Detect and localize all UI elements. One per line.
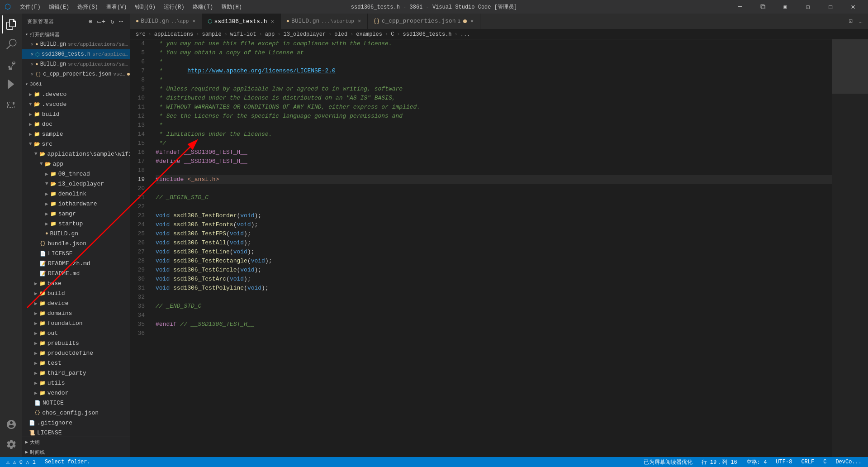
tab-buildgn-app[interactable]: ● BUILD.gn ..\app ✕ [130,14,202,29]
close-editor-1[interactable]: ✕ [31,52,33,57]
tree-item-out[interactable]: ▶ 📁 out [22,328,130,338]
menu-goto[interactable]: 转到(G) [131,2,159,12]
code-content[interactable]: * you may not use this file except in co… [152,39,832,457]
menu-help[interactable]: 帮助(H) [218,2,246,12]
tab-close-cppproperties[interactable]: ✕ [470,17,474,25]
status-select-folder[interactable]: Select folder. [43,459,92,465]
menu-terminal[interactable]: 终端(T) [189,2,217,12]
tree-item-base[interactable]: ▶ 📁 base [22,278,130,288]
tree-item-third-party[interactable]: ▶ 📁 third_party [22,368,130,378]
open-editor-item-0[interactable]: ✕ ● BUILD.gn src/applications/sample... [22,39,130,49]
activity-source-control[interactable] [2,55,20,73]
tree-item-apps-wifi-iot[interactable]: ▼ 📂 applications\sample\wifi-iot [22,149,130,159]
activity-extensions[interactable] [2,95,20,113]
bread-wifi-iot[interactable]: wifi-iot [230,31,256,38]
more-actions-button[interactable]: … [857,17,864,26]
activity-explorer[interactable] [2,15,20,33]
tree-item-license-root[interactable]: 📜 LICENSE [22,428,130,437]
tree-item-startup[interactable]: ▶ 📁 startup [22,219,130,229]
tree-item-readme-zh[interactable]: 📝 README_zh.md [22,258,130,268]
window-close[interactable]: ✕ [843,0,863,14]
window-restore[interactable]: ⧉ [752,0,773,14]
tree-item-doc[interactable]: ▶ 📁 doc [22,119,130,129]
tree-item-sample[interactable]: ▶ 📁 sample [22,129,130,139]
tree-item-demolink[interactable]: ▶ 📁 demolink [22,189,130,199]
tree-item-device[interactable]: ▶ 📁 device [22,298,130,308]
close-editor-3[interactable]: ✕ [31,71,33,77]
bread-more[interactable]: ... [460,31,470,38]
tree-item-iothardware[interactable]: ▶ 📁 iothardware [22,199,130,209]
split-editor-button[interactable]: ⊡ [847,16,854,26]
tree-item-build-root[interactable]: ▶ 📁 build [22,109,130,119]
tree-timeline[interactable]: ▶ 时间线 [22,447,130,457]
bread-src[interactable]: src [136,31,146,38]
bread-sample[interactable]: sample [202,31,221,38]
window-minimize[interactable]: ─ [730,0,750,14]
tree-item-bundlejson[interactable]: {} bundle.json [22,238,130,248]
menu-edit[interactable]: 编辑(E) [45,2,73,12]
menu-run[interactable]: 运行(R) [160,2,188,12]
bread-app[interactable]: app [265,31,275,38]
menu-select[interactable]: 选择(S) [74,2,102,12]
tree-item-deveco[interactable]: ▶ 📁 .deveco [22,89,130,99]
bread-applications[interactable]: applications [154,31,193,38]
status-eol[interactable]: CRLF [799,459,816,465]
tab-close-buildgn-startup[interactable]: ✕ [357,17,362,25]
bread-file[interactable]: ssd1306_tests.h [403,31,452,38]
new-folder-button[interactable]: ▭+ [96,17,107,26]
tree-item-app[interactable]: ▼ 📂 app [22,159,130,169]
status-encoding[interactable]: UTF-8 [774,459,794,465]
tree-item-domains[interactable]: ▶ 📁 domains [22,308,130,318]
activity-settings[interactable] [2,435,20,453]
status-indent[interactable]: 空格: 4 [745,458,769,466]
tab-buildgn-startup[interactable]: ● BUILD.gn ...\startup ✕ [281,14,368,29]
tree-item-13oled[interactable]: ▼ 📂 13_oledplayer [22,179,130,189]
tab-close-ssd1306[interactable]: ✕ [270,18,275,25]
tree-item-ohos-config[interactable]: {} ohos_config.json [22,408,130,418]
tree-item-foundation[interactable]: ▶ 📁 foundation [22,318,130,328]
tree-item-build-src[interactable]: ▶ 📁 build [22,288,130,298]
status-line-col[interactable]: 行 19，列 16 [700,458,739,466]
tree-item-gitignore[interactable]: 📄 .gitignore [22,418,130,428]
tab-cppproperties[interactable]: {} c_cpp_properties.json 1 ✕ [368,14,480,29]
tree-item-notice[interactable]: 📄 NOTICE [22,398,130,408]
status-language[interactable]: C [821,459,828,465]
activity-account[interactable] [2,415,20,434]
tree-item-samgr[interactable]: ▶ 📁 samgr [22,209,130,219]
tree-item-app-buildgn[interactable]: ● BUILD.gn [22,229,130,238]
activity-run[interactable] [2,75,20,93]
close-editor-2[interactable]: ✕ [31,62,33,67]
open-editor-item-2[interactable]: ✕ ● BUILD.gn src/applications/sample... [22,59,130,69]
collapse-all-button[interactable]: ⋯ [119,17,124,26]
bread-c[interactable]: C [391,31,394,38]
tab-ssd1306[interactable]: ⬡ ssd1306_tests.h ✕ [202,14,280,29]
window-maximize[interactable]: ☐ [820,0,841,14]
close-editor-0[interactable]: ✕ [31,42,33,47]
tree-item-vendor[interactable]: ▶ 📁 vendor [22,388,130,398]
new-file-button[interactable]: ⊕ [88,17,94,26]
tree-root-3861[interactable]: ▾ 3861 [22,79,130,89]
bread-examples[interactable]: examples [356,31,382,38]
tree-item-00thread[interactable]: ▶ 📁 00_thread [22,169,130,179]
open-editor-item-3[interactable]: ✕ {} c_cpp_properties.json vscode... [22,69,130,79]
tree-item-productdefine[interactable]: ▶ 📁 productdefine [22,348,130,358]
menu-file[interactable]: 文件(F) [16,2,44,12]
bread-oled[interactable]: oled [334,31,347,38]
menu-view[interactable]: 查看(V) [103,2,131,12]
tree-item-prebuilts[interactable]: ▶ 📁 prebuilts [22,338,130,348]
window-tiling-1[interactable]: ▣ [775,0,796,14]
tree-item-src[interactable]: ▼ 📂 src [22,139,130,149]
tab-close-buildgn-app[interactable]: ✕ [191,17,196,25]
tree-outline[interactable]: ▶ 大纲 [22,437,130,447]
bread-13oled[interactable]: 13_oledplayer [283,31,326,38]
tree-item-test[interactable]: ▶ 📁 test [22,358,130,368]
window-tiling-2[interactable]: ◱ [797,0,818,14]
status-accessibility[interactable]: 已为屏幕阅读器优化 [642,458,694,466]
status-errors[interactable]: ⚠ ⚠ 0 △ 1 [5,459,38,466]
refresh-explorer-button[interactable]: ↻ [109,17,115,26]
tree-item-vscode[interactable]: ▼ 📂 .vscode [22,99,130,109]
tree-item-license-inner[interactable]: 📄 LICENSE [22,248,130,258]
activity-search[interactable] [2,35,20,53]
tree-item-readme[interactable]: 📝 README.md [22,268,130,278]
open-editors-label[interactable]: ▾ 打开的编辑器 [22,29,130,39]
